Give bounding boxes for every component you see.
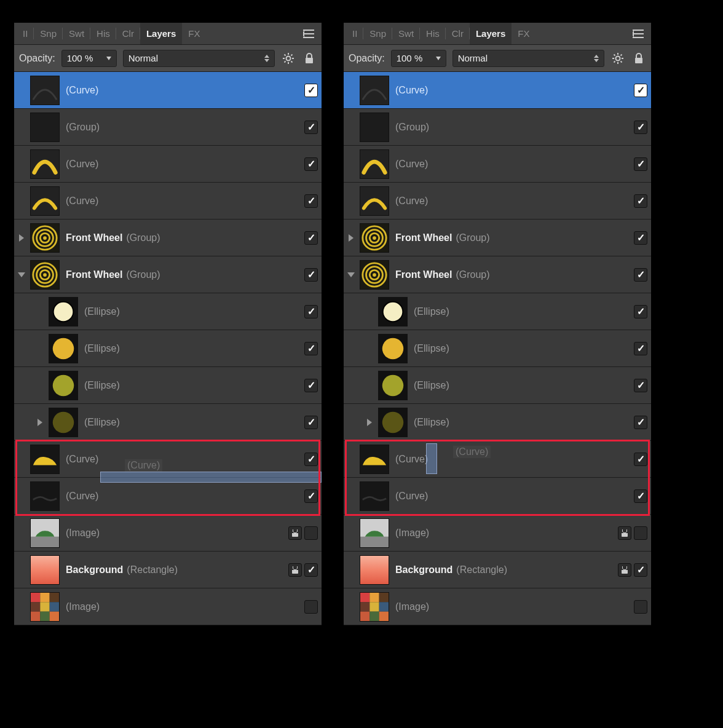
layer-label[interactable]: (Curve) [395, 159, 631, 170]
visibility-checkbox[interactable] [634, 84, 647, 97]
layer-row[interactable]: Front Wheel(Group) [14, 220, 322, 256]
lock-icon[interactable] [631, 51, 646, 66]
layer-label[interactable]: (Image) [395, 601, 631, 612]
visibility-checkbox[interactable] [304, 600, 318, 614]
panel-menu-icon[interactable] [628, 30, 649, 38]
visibility-checkbox[interactable] [304, 157, 318, 171]
expand-toggle[interactable] [344, 234, 358, 242]
tab-his[interactable]: His [90, 23, 116, 44]
visibility-checkbox[interactable] [304, 563, 318, 577]
layer-row[interactable]: (Curve) [14, 478, 322, 515]
expand-toggle[interactable] [362, 419, 377, 426]
visibility-checkbox[interactable] [304, 268, 318, 282]
tab-swt[interactable]: Swt [392, 23, 420, 44]
layer-row[interactable]: (Ellipse) [344, 367, 651, 404]
visibility-checkbox[interactable] [304, 121, 318, 134]
opacity-field[interactable]: 100 % [61, 50, 117, 67]
visibility-checkbox[interactable] [304, 489, 318, 503]
expand-toggle[interactable] [33, 419, 47, 426]
layer-row[interactable]: (Curve) [14, 146, 322, 183]
visibility-checkbox[interactable] [634, 121, 647, 134]
layer-lock-icon[interactable] [288, 526, 302, 540]
expand-toggle[interactable] [344, 272, 358, 277]
layer-row[interactable]: (Ellipse) [14, 293, 322, 330]
visibility-checkbox[interactable] [634, 342, 647, 355]
layer-row[interactable]: (Ellipse) [344, 404, 651, 441]
tab-swt[interactable]: Swt [63, 23, 90, 44]
opacity-field[interactable]: 100 % [391, 50, 446, 67]
tab-snp[interactable]: Snp [34, 23, 63, 44]
layer-row[interactable]: (Curve) [344, 183, 651, 220]
lock-icon[interactable] [302, 51, 317, 66]
visibility-checkbox[interactable] [634, 563, 647, 577]
layer-label[interactable]: (Curve) [66, 159, 302, 170]
tab-fx[interactable]: FX [182, 23, 206, 44]
layer-row[interactable]: (Ellipse) [14, 404, 322, 441]
layer-label[interactable]: (Group) [395, 122, 631, 133]
layer-label[interactable]: (Ellipse) [84, 343, 302, 354]
layer-label[interactable]: Background(Rectangle) [66, 564, 286, 576]
visibility-checkbox[interactable] [304, 526, 318, 540]
layer-row[interactable]: (Image) [14, 588, 322, 625]
layer-label[interactable]: Front Wheel(Group) [66, 232, 302, 243]
gear-icon[interactable] [610, 51, 625, 66]
layer-row[interactable]: (Curve) [344, 72, 651, 109]
visibility-checkbox[interactable] [304, 453, 318, 466]
tab-his[interactable]: His [420, 23, 446, 44]
layer-label[interactable]: (Curve) [395, 85, 631, 96]
tab-clr[interactable]: Clr [116, 23, 140, 44]
layer-row[interactable]: (Image) [14, 515, 322, 552]
layer-row[interactable]: Front Wheel(Group) [344, 256, 651, 293]
layer-row[interactable]: (Group) [344, 109, 651, 146]
layer-lock-icon[interactable] [618, 526, 631, 540]
layer-label[interactable]: (Ellipse) [84, 306, 302, 317]
layer-row[interactable]: Background(Rectangle) [14, 552, 322, 588]
layer-row[interactable]: (Ellipse) [14, 330, 322, 367]
layer-row[interactable]: Front Wheel(Group) [14, 256, 322, 293]
layer-label[interactable]: Front Wheel(Group) [395, 232, 631, 243]
visibility-checkbox[interactable] [634, 379, 647, 392]
visibility-checkbox[interactable] [304, 416, 318, 429]
blend-mode-field[interactable]: Normal [123, 50, 275, 67]
layer-label[interactable]: (Curve) [66, 85, 302, 96]
expand-toggle[interactable] [14, 272, 29, 277]
visibility-checkbox[interactable] [304, 379, 318, 392]
layer-label[interactable]: (Curve) [395, 196, 631, 207]
layer-label[interactable]: (Image) [395, 528, 615, 539]
gear-icon[interactable] [281, 51, 296, 66]
tab-layers[interactable]: Layers [140, 23, 182, 44]
tab-ii[interactable]: II [17, 23, 34, 44]
layer-label[interactable]: (Ellipse) [84, 417, 302, 428]
layer-label[interactable]: Front Wheel(Group) [395, 269, 631, 280]
layer-label[interactable]: Background(Rectangle) [395, 564, 615, 576]
visibility-checkbox[interactable] [634, 526, 647, 540]
layer-label[interactable]: (Ellipse) [84, 380, 302, 391]
layer-label[interactable]: Front Wheel(Group) [66, 269, 302, 280]
visibility-checkbox[interactable] [304, 342, 318, 355]
visibility-checkbox[interactable] [304, 305, 318, 318]
layer-row[interactable]: (Image) [344, 515, 651, 552]
visibility-checkbox[interactable] [634, 489, 647, 503]
layer-lock-icon[interactable] [288, 563, 302, 577]
layer-label[interactable]: (Ellipse) [414, 306, 631, 317]
layer-label[interactable]: (Curve) [66, 491, 302, 502]
visibility-checkbox[interactable] [634, 268, 647, 282]
visibility-checkbox[interactable] [634, 194, 647, 208]
layer-label[interactable]: (Group) [66, 122, 302, 133]
layer-row[interactable]: (Ellipse) [344, 293, 651, 330]
layer-row[interactable]: Front Wheel(Group) [344, 220, 651, 256]
layer-row[interactable]: (Curve) [14, 183, 322, 220]
layer-row[interactable]: (Curve) [344, 478, 651, 515]
visibility-checkbox[interactable] [634, 453, 647, 466]
layer-label[interactable]: (Image) [66, 601, 302, 612]
tab-ii[interactable]: II [346, 23, 363, 44]
layer-label[interactable]: (Curve) [66, 454, 302, 465]
tab-layers[interactable]: Layers [470, 23, 512, 44]
visibility-checkbox[interactable] [634, 416, 647, 429]
visibility-checkbox[interactable] [304, 84, 318, 97]
visibility-checkbox[interactable] [634, 305, 647, 318]
visibility-checkbox[interactable] [634, 157, 647, 171]
layer-label[interactable]: (Curve) [66, 196, 302, 207]
visibility-checkbox[interactable] [304, 194, 318, 208]
visibility-checkbox[interactable] [304, 231, 318, 245]
